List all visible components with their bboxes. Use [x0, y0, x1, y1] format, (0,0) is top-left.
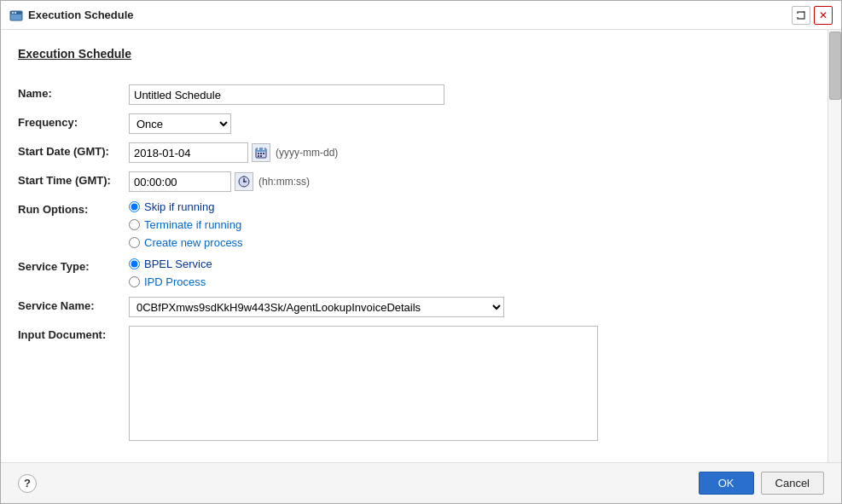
- title-bar-controls: ✕: [792, 6, 833, 25]
- service-type-group: BPEL Service IPD Process: [129, 258, 802, 288]
- service-type-ipd-radio[interactable]: [129, 276, 140, 287]
- run-option-new-process-label: Create new process: [144, 236, 243, 249]
- run-option-terminate-radio[interactable]: [129, 219, 140, 230]
- service-name-select[interactable]: 0CBfPXmws9sdKkH9w443Sk/AgentLookupInvoic…: [129, 297, 504, 317]
- scrollbar-thumb[interactable]: [829, 32, 841, 100]
- svg-point-16: [243, 181, 245, 182]
- title-bar: Execution Schedule ✕: [1, 1, 841, 30]
- title-bar-left: Execution Schedule: [9, 9, 134, 22]
- service-type-label: Service Type:: [18, 258, 129, 288]
- service-type-bpel-label: BPEL Service: [144, 258, 212, 270]
- svg-point-3: [15, 12, 16, 14]
- cancel-button[interactable]: Cancel: [761, 472, 824, 495]
- window-title: Execution Schedule: [28, 9, 134, 21]
- run-option-new-process[interactable]: Create new process: [129, 236, 802, 249]
- service-type-bpel[interactable]: BPEL Service: [129, 258, 802, 270]
- start-time-input[interactable]: [129, 171, 231, 192]
- svg-rect-10: [263, 153, 264, 154]
- footer: ? OK Cancel: [1, 462, 841, 503]
- ok-button[interactable]: OK: [699, 472, 754, 495]
- service-name-container: 0CBfPXmws9sdKkH9w443Sk/AgentLookupInvoic…: [129, 297, 802, 317]
- service-name-row: Service Name: 0CBfPXmws9sdKkH9w443Sk/Age…: [18, 297, 802, 317]
- start-date-input[interactable]: [129, 142, 248, 163]
- service-name-label: Service Name:: [18, 297, 129, 317]
- start-date-row: Start Date (GMT):: [18, 142, 802, 163]
- start-date-label: Start Date (GMT):: [18, 142, 129, 163]
- main-window: Execution Schedule ✕ Execution Schedule …: [0, 0, 842, 504]
- service-type-ipd-label: IPD Process: [144, 275, 206, 288]
- input-document-row: Input Document:: [18, 326, 802, 443]
- calendar-icon[interactable]: [252, 143, 270, 162]
- section-title: Execution Schedule: [18, 47, 802, 61]
- footer-right: OK Cancel: [699, 472, 824, 495]
- svg-point-2: [12, 12, 14, 14]
- time-row: (hh:mm:ss): [129, 171, 802, 192]
- run-option-terminate[interactable]: Terminate if running: [129, 218, 802, 231]
- maximize-button[interactable]: [792, 6, 810, 25]
- run-option-skip[interactable]: Skip if running: [129, 200, 802, 213]
- scrollbar-track: [827, 30, 841, 462]
- window-icon: [9, 9, 23, 22]
- frequency-label: Frequency:: [18, 113, 129, 134]
- run-option-skip-radio[interactable]: [129, 201, 140, 212]
- run-options-group: Skip if running Terminate if running Cre…: [129, 200, 802, 249]
- help-button[interactable]: ?: [18, 474, 37, 493]
- name-row: Name:: [18, 84, 802, 105]
- run-option-terminate-label: Terminate if running: [144, 218, 241, 231]
- svg-rect-9: [260, 153, 262, 154]
- svg-rect-12: [260, 155, 262, 157]
- input-document-textarea[interactable]: [129, 326, 598, 441]
- service-type-ipd[interactable]: IPD Process: [129, 275, 802, 288]
- svg-rect-11: [258, 155, 259, 157]
- footer-left: ?: [18, 474, 37, 493]
- date-format-hint: (yyyy-mm-dd): [276, 147, 338, 159]
- frequency-row: Frequency: Once Hourly Daily Weekly Mont…: [18, 113, 802, 134]
- time-format-hint: (hh:mm:ss): [258, 176, 310, 188]
- clock-icon[interactable]: [235, 172, 253, 191]
- run-options-row: Run Options: Skip if running Terminate i…: [18, 200, 802, 249]
- content-area: Execution Schedule Name: Frequency: Once: [1, 30, 841, 462]
- date-row: (yyyy-mm-dd): [129, 142, 802, 163]
- svg-rect-8: [258, 153, 259, 154]
- form-table: Name: Frequency: Once Hourly Daily Weekl…: [18, 76, 802, 452]
- input-document-label: Input Document:: [18, 326, 129, 443]
- start-time-label: Start Time (GMT):: [18, 171, 129, 192]
- run-option-new-process-radio[interactable]: [129, 237, 140, 248]
- run-options-label: Run Options:: [18, 200, 129, 249]
- start-time-row: Start Time (GMT):: [18, 171, 802, 192]
- service-type-bpel-radio[interactable]: [129, 258, 140, 269]
- service-type-row: Service Type: BPEL Service IPD Process: [18, 258, 802, 288]
- run-option-skip-label: Skip if running: [144, 200, 214, 213]
- close-button[interactable]: ✕: [814, 6, 833, 25]
- main-content: Execution Schedule Name: Frequency: Once: [1, 30, 827, 462]
- name-label: Name:: [18, 84, 129, 105]
- svg-rect-5: [256, 148, 266, 152]
- name-input[interactable]: [129, 84, 444, 105]
- frequency-select[interactable]: Once Hourly Daily Weekly Monthly: [129, 113, 231, 134]
